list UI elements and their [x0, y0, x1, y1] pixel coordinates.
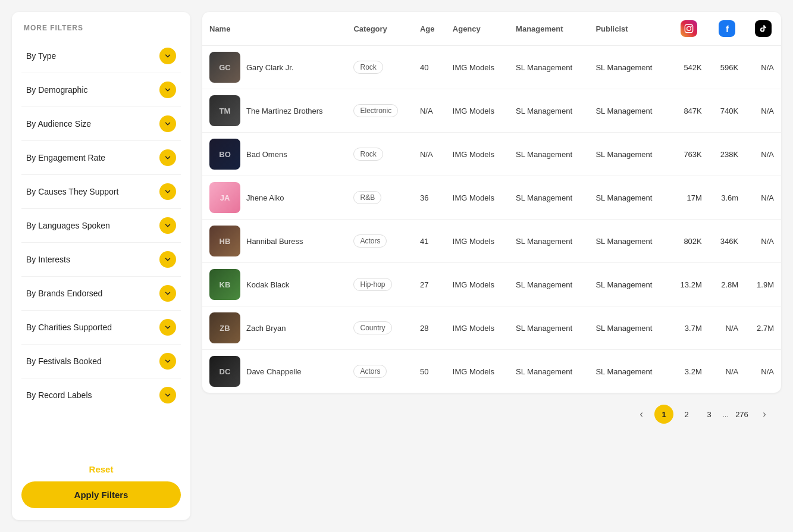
cell-publicist: SL Management	[588, 350, 668, 393]
sidebar-title: MORE FILTERS	[21, 24, 181, 32]
table-body: GC Gary Clark Jr. Rock 40 IMG Models SL …	[202, 46, 781, 393]
cell-category: Rock	[346, 133, 412, 176]
col-age: Age	[413, 12, 446, 46]
cell-age: 50	[413, 350, 446, 393]
artist-name: Bad Omens	[246, 150, 287, 159]
cell-tiktok: N/A	[745, 220, 781, 263]
cell-age: N/A	[413, 89, 446, 133]
table-row: HB Hannibal Buress Actors 41 IMG Models …	[202, 220, 781, 263]
filter-item-by-languages[interactable]: By Languages Spoken	[21, 209, 181, 243]
pagination: ‹ 1 2 3 ... 276 ›	[202, 393, 781, 428]
filter-label-by-interests: By Interests	[26, 255, 70, 264]
filter-item-by-audience-size[interactable]: By Audience Size	[21, 107, 181, 141]
cell-facebook: 346K	[709, 220, 745, 263]
filter-item-by-brands[interactable]: By Brands Endorsed	[21, 277, 181, 311]
filter-chevron-by-causes[interactable]	[159, 183, 176, 200]
table-row: GC Gary Clark Jr. Rock 40 IMG Models SL …	[202, 46, 781, 89]
cell-age: N/A	[413, 133, 446, 176]
cell-management: SL Management	[509, 263, 588, 306]
filter-item-by-interests[interactable]: By Interests	[21, 243, 181, 277]
sidebar-footer: Reset Apply Filters	[21, 455, 181, 508]
filter-item-by-festivals[interactable]: By Festivals Booked	[21, 345, 181, 378]
cell-instagram: 3.2M	[669, 350, 709, 393]
pagination-page-3[interactable]: 3	[700, 405, 719, 424]
filter-chevron-by-interests[interactable]	[159, 251, 176, 268]
cell-publicist: SL Management	[588, 89, 668, 133]
filter-label-by-brands: By Brands Endorsed	[26, 289, 102, 298]
filter-chevron-by-record-labels[interactable]	[159, 387, 176, 403]
cell-age: 28	[413, 306, 446, 350]
artist-name: Jhene Aiko	[246, 193, 284, 202]
cell-instagram: 763K	[669, 133, 709, 176]
category-badge: R&B	[353, 191, 381, 204]
artist-name: Gary Clark Jr.	[246, 63, 293, 72]
filter-item-by-type[interactable]: By Type	[21, 39, 181, 73]
apply-filters-button[interactable]: Apply Filters	[21, 481, 181, 508]
table-row: KB Kodak Black Hip-hop 27 IMG Models SL …	[202, 263, 781, 306]
cell-facebook: 238K	[709, 133, 745, 176]
col-tiktok	[745, 12, 781, 46]
filter-item-by-engagement-rate[interactable]: By Engagement Rate	[21, 141, 181, 175]
reset-button[interactable]: Reset	[89, 464, 114, 474]
pagination-last-page[interactable]: 276	[732, 405, 751, 424]
category-badge: Actors	[353, 365, 387, 378]
cell-name: DC Dave Chappelle	[202, 350, 346, 393]
artist-name: Dave Chappelle	[246, 367, 302, 376]
pagination-prev[interactable]: ‹	[632, 405, 651, 424]
table-row: ZB Zach Bryan Country 28 IMG Models SL M…	[202, 306, 781, 350]
cell-agency: IMG Models	[446, 176, 509, 220]
table-header-row: Name Category Age Agency Management Publ…	[202, 12, 781, 46]
filter-item-by-demographic[interactable]: By Demographic	[21, 73, 181, 107]
filter-list: By Type By Demographic By Audience Size …	[21, 39, 181, 412]
instagram-icon	[681, 20, 697, 37]
cell-category: Actors	[346, 220, 412, 263]
filter-chevron-by-brands[interactable]	[159, 285, 176, 302]
filter-chevron-by-festivals[interactable]	[159, 353, 176, 370]
pagination-next[interactable]: ›	[755, 405, 774, 424]
cell-tiktok: 1.9M	[745, 263, 781, 306]
cell-agency: IMG Models	[446, 133, 509, 176]
cell-age: 36	[413, 176, 446, 220]
pagination-page-2[interactable]: 2	[677, 405, 696, 424]
facebook-header: f	[716, 20, 738, 37]
table-row: BO Bad Omens Rock N/A IMG Models SL Mana…	[202, 133, 781, 176]
col-publicist: Publicist	[588, 12, 668, 46]
cell-instagram: 802K	[669, 220, 709, 263]
cell-name: TM The Martinez Brothers	[202, 89, 346, 133]
artist-name: Zach Bryan	[246, 324, 286, 333]
filter-item-by-causes[interactable]: By Causes They Support	[21, 175, 181, 209]
pagination-page-1[interactable]: 1	[654, 405, 673, 424]
filter-label-by-languages: By Languages Spoken	[26, 221, 110, 230]
cell-tiktok: N/A	[745, 176, 781, 220]
filter-chevron-by-charities[interactable]	[159, 319, 176, 336]
category-badge: Electronic	[353, 104, 398, 117]
filter-item-by-record-labels[interactable]: By Record Labels	[21, 378, 181, 412]
cell-publicist: SL Management	[588, 263, 668, 306]
filter-chevron-by-type[interactable]	[159, 48, 176, 64]
cell-instagram: 542K	[669, 46, 709, 89]
artist-name: Hannibal Buress	[246, 237, 303, 246]
cell-name: BO Bad Omens	[202, 133, 346, 176]
avatar: HB	[209, 226, 240, 256]
category-badge: Hip-hop	[353, 278, 391, 291]
cell-category: R&B	[346, 176, 412, 220]
cell-facebook: N/A	[709, 350, 745, 393]
col-category: Category	[346, 12, 412, 46]
cell-name: GC Gary Clark Jr.	[202, 46, 346, 89]
col-facebook: f	[709, 12, 745, 46]
filter-chevron-by-languages[interactable]	[159, 217, 176, 234]
cell-facebook: N/A	[709, 306, 745, 350]
cell-category: Country	[346, 306, 412, 350]
cell-category: Actors	[346, 350, 412, 393]
cell-tiktok: 2.7M	[745, 306, 781, 350]
table-container: Name Category Age Agency Management Publ…	[202, 12, 781, 393]
filter-label-by-causes: By Causes They Support	[26, 187, 118, 196]
filter-item-by-charities[interactable]: By Charities Supported	[21, 311, 181, 345]
facebook-icon: f	[719, 20, 735, 37]
cell-name: HB Hannibal Buress	[202, 220, 346, 263]
cell-publicist: SL Management	[588, 306, 668, 350]
table-row: JA Jhene Aiko R&B 36 IMG Models SL Manag…	[202, 176, 781, 220]
filter-chevron-by-engagement-rate[interactable]	[159, 149, 176, 166]
filter-chevron-by-demographic[interactable]	[159, 82, 176, 98]
filter-chevron-by-audience-size[interactable]	[159, 115, 176, 132]
